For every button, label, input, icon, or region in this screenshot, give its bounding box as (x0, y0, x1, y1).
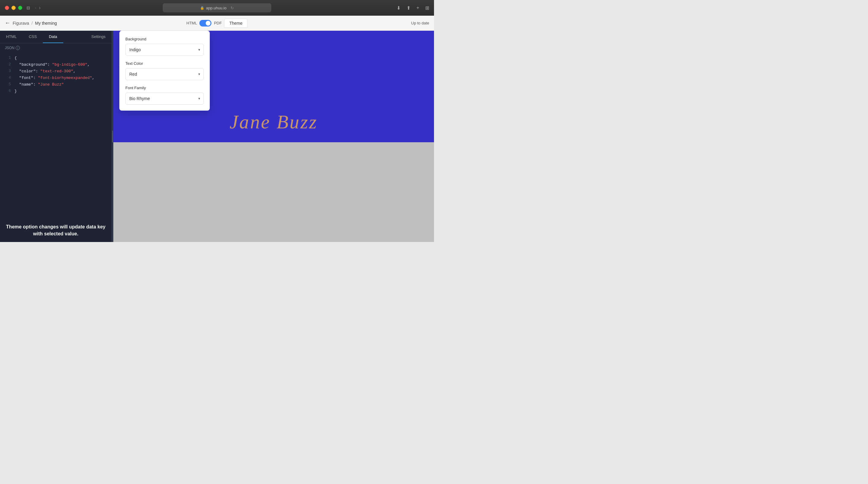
text-color-select[interactable]: Red Blue Green White Black (125, 68, 204, 80)
code-text: "color": "text-red-300", (14, 68, 76, 75)
breadcrumb-page: My theming (35, 21, 57, 26)
background-select-wrapper: Indigo Blue Green Red Purple ▾ (125, 44, 204, 56)
settings-button[interactable]: Settings (85, 31, 112, 43)
line-number: 3 (2, 68, 11, 75)
code-line-3: 3 "color": "text-red-300", (0, 68, 112, 75)
html-toggle-label: HTML (187, 21, 197, 25)
html-pdf-toggle[interactable] (199, 20, 212, 27)
grid-icon[interactable]: ⊞ (425, 5, 429, 11)
share-icon[interactable]: ⬆ (407, 5, 410, 11)
code-line-6: 6 } (0, 88, 112, 95)
breadcrumb: ← Figurava / My theming (5, 20, 57, 26)
download-icon[interactable]: ⬇ (397, 5, 401, 11)
background-label: Background (125, 37, 204, 41)
main-content: HTML CSS Data Settings JSON i 1 { 2 "bac… (0, 31, 434, 242)
back-arrow-icon[interactable]: ‹ (35, 5, 36, 10)
info-icon[interactable]: i (16, 46, 20, 50)
tab-css[interactable]: CSS (23, 31, 43, 43)
code-line-5: 5 "name": "Jane Buzz" (0, 81, 112, 88)
json-label: JSON i (0, 43, 112, 53)
text-color-select-wrapper: Red Blue Green White Black ▾ (125, 68, 204, 80)
nav-arrows: ‹ › (35, 5, 41, 10)
theme-panel: Background Indigo Blue Green Red Purple … (119, 31, 210, 111)
line-number: 2 (2, 61, 11, 68)
code-line-4: 4 "font": "font-biorhymeexpanded", (0, 75, 112, 81)
line-number: 5 (2, 81, 11, 88)
background-field: Background Indigo Blue Green Red Purple … (125, 37, 204, 56)
annotation-area: Theme option changes will update data ke… (0, 213, 112, 242)
line-number: 6 (2, 88, 11, 95)
toolbar-right: Up to date (411, 21, 429, 25)
code-text: "name": "Jane Buzz" (14, 81, 64, 88)
code-text: "background": "bg-indigo-600", (14, 61, 90, 68)
tab-data[interactable]: Data (43, 31, 63, 43)
forward-arrow-icon[interactable]: › (39, 5, 40, 10)
preview-name-text: Jane Buzz (230, 111, 318, 133)
shield-icon: 🔒 (200, 6, 204, 10)
traffic-lights (5, 6, 22, 10)
font-family-label: Font Family (125, 86, 204, 90)
address-bar[interactable]: 🔒 app.uhuu.io ↻ (163, 3, 271, 12)
line-number: 1 (2, 55, 11, 61)
font-family-select-wrapper: Bio Rhyme Arial Georgia Helvetica ▾ (125, 93, 204, 104)
code-text: "font": "font-biorhymeexpanded", (14, 75, 94, 81)
sidebar-toggle-icon[interactable]: ⊟ (27, 5, 30, 10)
close-button[interactable] (5, 6, 9, 10)
font-family-field: Font Family Bio Rhyme Arial Georgia Helv… (125, 86, 204, 104)
code-text: { (14, 55, 17, 61)
titlebar: ⊟ ‹ › 🔒 app.uhuu.io ↻ ⬇ ⬆ + ⊞ (0, 0, 434, 16)
app-toolbar: ← Figurava / My theming HTML PDF Theme U… (0, 16, 434, 31)
background-select[interactable]: Indigo Blue Green Red Purple (125, 44, 204, 56)
minimize-button[interactable] (11, 6, 16, 10)
preview-panel: Background Indigo Blue Green Red Purple … (113, 31, 434, 242)
theme-tab[interactable]: Theme (224, 19, 248, 28)
code-text: } (14, 88, 17, 95)
annotation-text: Theme option changes will update data ke… (5, 223, 107, 237)
refresh-icon[interactable]: ↻ (230, 6, 234, 10)
url-text: app.uhuu.io (206, 6, 227, 10)
text-color-label: Text Color (125, 61, 204, 66)
code-line-2: 2 "background": "bg-indigo-600", (0, 61, 112, 68)
breadcrumb-home[interactable]: Figurava (13, 21, 29, 26)
tab-html[interactable]: HTML (0, 31, 23, 43)
breadcrumb-separator: / (31, 21, 33, 26)
maximize-button[interactable] (18, 6, 22, 10)
back-icon[interactable]: ← (5, 20, 10, 26)
toolbar-center: HTML PDF Theme (187, 19, 248, 28)
titlebar-actions: ⬇ ⬆ + ⊞ (397, 5, 429, 11)
new-tab-icon[interactable]: + (416, 5, 419, 10)
line-number: 4 (2, 75, 11, 81)
editor-panel: HTML CSS Data Settings JSON i 1 { 2 "bac… (0, 31, 112, 242)
preview-gray-area (113, 142, 434, 242)
code-editor[interactable]: 1 { 2 "background": "bg-indigo-600", 3 "… (0, 53, 112, 213)
code-line-1: 1 { (0, 55, 112, 61)
text-color-field: Text Color Red Blue Green White Black ▾ (125, 61, 204, 80)
pdf-toggle-label: PDF (214, 21, 222, 25)
status-badge: Up to date (411, 21, 429, 25)
font-family-select[interactable]: Bio Rhyme Arial Georgia Helvetica (125, 93, 204, 104)
editor-tabs: HTML CSS Data Settings (0, 31, 112, 43)
divider-handle (112, 130, 113, 143)
